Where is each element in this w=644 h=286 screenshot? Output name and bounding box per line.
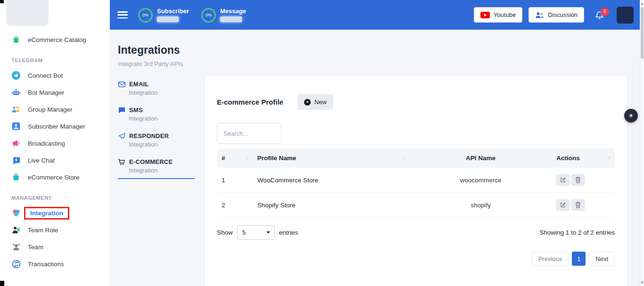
row-api-name: woocommerce [410, 168, 552, 193]
sidebar-item-label: Team [28, 244, 43, 251]
menu-toggle-icon[interactable] [117, 11, 128, 18]
tab-sms-integration[interactable]: SMS Integration [118, 106, 195, 126]
entries-label: entries [279, 229, 298, 236]
tab-ecommerce-integration[interactable]: E-COMMERCE Integration [118, 158, 195, 179]
sidebar-item-ecommerce-catalog[interactable]: eCommerce Catalog [0, 31, 109, 48]
scroll-up-arrow[interactable]: ▲ [640, 0, 644, 7]
subscriber-progress-ring: 0% [138, 8, 153, 23]
sidebar-item-connect-bot[interactable]: Connect Bot [0, 67, 109, 84]
trash-icon [575, 177, 581, 183]
sidebar-item-label: Subscriber Manager [28, 123, 85, 130]
pagination: Previous 1 Next [217, 252, 615, 266]
edit-button[interactable] [556, 174, 570, 186]
subscriber-percent: 0% [142, 13, 149, 17]
profiles-table: #↑↓ Profile Name↑↓ API Name Actions↑↓ 1 … [217, 148, 615, 218]
responder-icon [118, 133, 125, 139]
edit-icon [560, 177, 566, 183]
scrollbar-thumb[interactable] [641, 7, 644, 59]
page-scrollbar: ▲ ▼ [640, 0, 644, 286]
trash-icon [575, 202, 581, 208]
row-api-name: shopify [410, 193, 552, 218]
robot-icon [11, 88, 21, 97]
sidebar-item-transactions[interactable]: Transactions [0, 255, 109, 272]
sidebar-item-live-chat[interactable]: Live Chat [0, 152, 109, 169]
column-header-actions[interactable]: Actions↑↓ [552, 148, 615, 168]
chevron-down-icon [266, 231, 270, 234]
previous-page-button[interactable]: Previous [532, 252, 569, 266]
sidebar-item-bot-manager[interactable]: Bot Manager [0, 84, 109, 101]
new-button[interactable]: + New [297, 94, 333, 110]
assistant-floating-button[interactable]: ✶ [624, 109, 638, 123]
user-avatar[interactable] [617, 7, 634, 24]
window-corner-artifact [0, 281, 4, 286]
message-label: Message [220, 8, 246, 15]
sidebar-item-ecommerce-store[interactable]: eCommerce Store [0, 169, 109, 186]
discussion-button[interactable]: Discussion [528, 7, 584, 23]
edit-button[interactable] [556, 199, 570, 211]
tab-title: E-COMMERCE [129, 158, 173, 165]
sidebar-item-label: Broadcasting [28, 140, 65, 147]
column-header-api-name[interactable]: API Name [410, 148, 552, 168]
subscriber-icon [11, 122, 21, 131]
sidebar-item-label: Transactions [28, 261, 64, 268]
subscriber-stat: 0% Subscriber [138, 8, 189, 23]
table-row: 2 Shopify Store shopify [217, 193, 615, 218]
notifications-button[interactable]: 6 [594, 10, 604, 20]
youtube-button-label: Youtube [494, 11, 516, 18]
table-row: 1 WooCommerce Store woocommerce [217, 168, 615, 193]
integration-icon [11, 208, 21, 218]
page-1-button[interactable]: 1 [572, 252, 586, 266]
youtube-button[interactable]: Youtube [474, 7, 522, 23]
window-corner-artifact [0, 0, 4, 3]
row-profile-name: Shopify Store [253, 193, 410, 218]
sidebar-item-team[interactable]: Team [0, 238, 109, 255]
message-stat: 0% Message [201, 8, 246, 23]
chat-icon [11, 155, 21, 165]
tab-subtitle: Integration [129, 167, 195, 174]
entries-select[interactable]: 5 [237, 225, 275, 240]
tab-subtitle: Integration [129, 141, 195, 148]
column-header-num[interactable]: #↑↓ [217, 148, 253, 168]
message-progress-ring: 0% [201, 8, 216, 23]
sidebar-item-subscriber-manager[interactable]: Subscriber Manager [0, 118, 109, 135]
sidebar-section-telegram: TELEGRAM [0, 57, 109, 63]
broadcast-icon [11, 139, 21, 148]
delete-button[interactable] [571, 199, 585, 211]
sidebar-item-label: eCommerce Catalog [28, 36, 86, 43]
notification-badge: 6 [601, 8, 609, 16]
sidebar-item-label: eCommerce Store [28, 174, 80, 181]
integration-type-menu: EMAIL Integration SMS Integration [118, 75, 195, 185]
next-page-button[interactable]: Next [589, 252, 615, 266]
sidebar-item-label: Live Chat [28, 157, 55, 164]
sidebar-item-label: Bot Manager [28, 89, 64, 96]
sidebar-item-label: Connect Bot [28, 72, 63, 79]
store-bag-icon [11, 172, 21, 182]
scroll-down-arrow[interactable]: ▼ [640, 279, 644, 286]
message-count-blurred [220, 16, 242, 22]
sidebar-item-integration[interactable]: Integration [0, 204, 109, 221]
sidebar-item-team-role[interactable]: Team Role [0, 221, 109, 238]
sidebar-section-management: MANAGEMENT [0, 195, 109, 201]
new-button-label: New [314, 98, 327, 106]
sidebar-item-group-manager[interactable]: Group Manager [0, 101, 109, 118]
row-num: 2 [217, 193, 253, 218]
youtube-icon [480, 12, 490, 18]
cart-icon [118, 159, 125, 165]
sort-icon: ↑↓ [246, 155, 248, 160]
discussion-button-label: Discussion [548, 11, 578, 18]
transactions-icon [11, 259, 21, 269]
tab-responder-integration[interactable]: RESPONDER Integration [118, 132, 195, 152]
search-input[interactable] [217, 123, 281, 144]
sidebar-item-label-active: Integration [24, 207, 69, 220]
page-title: Integrations [118, 44, 644, 57]
tab-subtitle: Integration [129, 89, 195, 96]
sidebar-item-broadcasting[interactable]: Broadcasting [0, 135, 109, 152]
page-subtitle: Integrate 3rd Party APIs [118, 60, 644, 67]
tab-title: EMAIL [129, 81, 149, 88]
row-num: 1 [217, 168, 253, 193]
plus-icon: + [304, 99, 311, 106]
column-header-profile-name[interactable]: Profile Name↑↓ [253, 148, 410, 168]
discussion-icon [535, 12, 544, 18]
delete-button[interactable] [571, 174, 585, 186]
tab-email-integration[interactable]: EMAIL Integration [118, 81, 195, 100]
